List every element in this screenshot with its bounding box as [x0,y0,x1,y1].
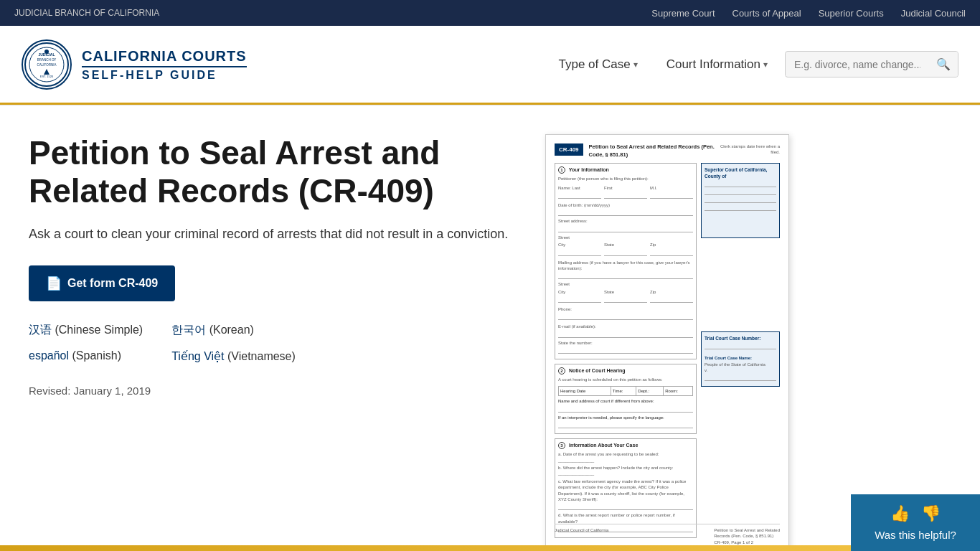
court-information-menu[interactable]: Court Information ▾ [655,52,779,77]
form-section-2: 2 Notice of Court Hearing A court hearin… [555,364,697,434]
korean-label: (Korean) [209,324,254,336]
form-footer: Judicial Council of California Petition … [555,524,780,545]
court-info-box: Superior Court of California, County of [701,163,780,238]
search-input[interactable] [786,53,929,76]
type-of-case-menu[interactable]: Type of Case ▾ [547,52,649,77]
chevron-down-icon: ▾ [633,60,638,70]
thumbs-up-button[interactable]: 👍 [890,504,910,523]
superior-courts-link[interactable]: Superior Courts [819,8,884,19]
form-footer-left: Judicial Council of California [555,527,608,545]
form-section-1: 1 Your Information Petitioner (the perso… [555,163,697,359]
svg-text:CALIFORNIA: CALIFORNIA [37,63,56,67]
form-preview: CR-409 Petition to Seal Arrest and Relat… [545,134,789,551]
logo-title: CALIFORNIA COURTS [82,47,247,65]
svg-text:BRANCH OF: BRANCH OF [37,58,57,62]
spanish-label: (Spanish) [72,349,121,362]
section-1-title: 1 Your Information [558,166,693,174]
top-nav-links: Supreme Court Courts of Appeal Superior … [651,8,966,19]
get-form-label: Get form CR-409 [67,277,158,290]
trial-court-box: Trial Court Case Number: Trial Court Cas… [701,331,780,387]
document-icon: 📄 [46,276,62,291]
search-button[interactable]: 🔍 [929,52,958,77]
main-content: Petition to Seal Arrest and Related Reco… [0,105,980,551]
get-form-button[interactable]: 📄 Get form CR-409 [29,265,175,301]
content-left: Petition to Seal Arrest and Related Reco… [29,134,517,397]
court-seal: JUDICIAL BRANCH OF CALIFORNIA EST. 1526 [22,39,72,90]
top-navigation: JUDICIAL BRANCH OF CALIFORNIA Supreme Co… [0,0,980,26]
lang-item-vietnamese: Tiếng Việt (Vietnamese) [171,349,296,363]
search-box: 🔍 [785,51,958,77]
chinese-link[interactable]: 汉语 [29,324,52,336]
judicial-council-link[interactable]: Judicial Council [901,8,966,19]
type-of-case-label: Type of Case [558,57,630,72]
vietnamese-link[interactable]: Tiếng Việt [171,350,224,362]
chinese-label: (Chinese Simple) [55,324,143,336]
form-footer-right: Petition to Seal Arrest and RelatedRecor… [714,527,780,545]
svg-text:EST. 1526: EST. 1526 [40,75,54,78]
feedback-widget: 👍 👎 Was this helpful? [851,494,980,551]
supreme-court-link[interactable]: Supreme Court [651,8,715,19]
court-information-label: Court Information [666,57,760,72]
spanish-link[interactable]: español [29,349,69,362]
lang-item-korean: 한국어 (Korean) [171,323,296,338]
language-col-right: 한국어 (Korean) Tiếng Việt (Vietnamese) [171,323,296,363]
form-date-box: Clerk stamps date here when a filed. [715,143,780,156]
form-title: Petition to Seal Arrest and Related Reco… [589,143,715,159]
korean-link[interactable]: 한국어 [171,324,206,336]
courts-of-appeal-link[interactable]: Courts of Appeal [732,8,801,19]
vietnamese-label: (Vietnamese) [227,350,296,362]
feedback-buttons: 👍 👎 [890,504,941,523]
brand-name: JUDICIAL BRANCH OF CALIFORNIA [14,8,159,18]
lang-item-chinese: 汉语 (Chinese Simple) [29,323,143,338]
hearing-table: Hearing Date Time: Dept.: Room: [558,386,693,396]
language-links: 汉语 (Chinese Simple) español (Spanish) 한국… [29,323,517,363]
section-3-title: 3 Information About Your Case [558,442,693,449]
page-description: Ask a court to clean your criminal recor… [29,225,517,244]
revised-date: Revised: January 1, 2019 [29,385,517,397]
thumbs-down-button[interactable]: 👎 [921,504,941,523]
feedback-label: Was this helpful? [875,529,956,541]
logo-text: CALIFORNIA COURTS SELF-HELP GUIDE [82,47,247,82]
gold-bottom-bar [0,545,851,551]
page-title: Petition to Seal Arrest and Related Reco… [29,134,517,210]
svg-point-7 [44,50,49,54]
language-col-left: 汉语 (Chinese Simple) español (Spanish) [29,323,143,363]
site-header: JUDICIAL BRANCH OF CALIFORNIA EST. 1526 … [0,26,980,105]
chevron-down-icon: ▾ [763,60,768,70]
header-navigation: Type of Case ▾ Court Information ▾ 🔍 [547,51,958,77]
form-number: CR-409 [555,143,583,156]
section-2-title: 2 Notice of Court Hearing [558,367,693,375]
form-right-column: Superior Court of California, County of … [701,163,780,542]
logo-area: JUDICIAL BRANCH OF CALIFORNIA EST. 1526 … [22,39,247,90]
svg-marker-6 [44,69,50,75]
logo-subtitle: SELF-HELP GUIDE [82,66,247,82]
lang-item-spanish: español (Spanish) [29,349,143,362]
